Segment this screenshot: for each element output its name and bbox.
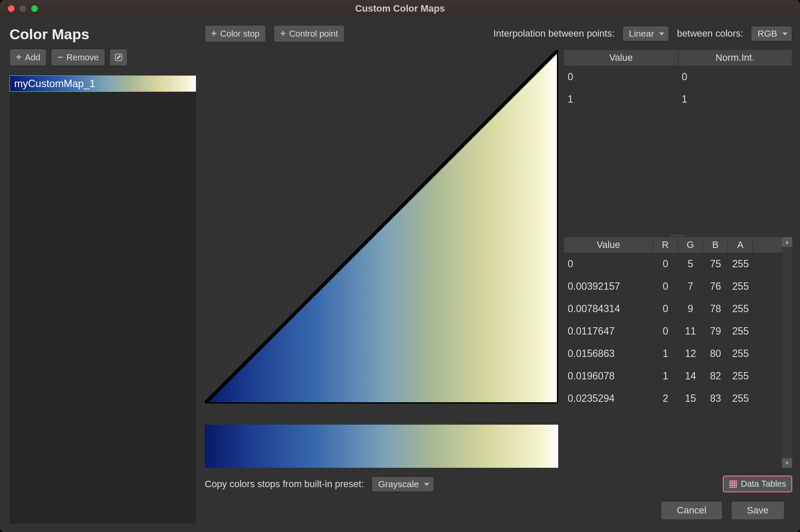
color-stop-label: Color stop bbox=[220, 29, 259, 39]
cell-norm[interactable]: 1 bbox=[678, 88, 793, 110]
cell-value[interactable]: 0 bbox=[564, 66, 678, 88]
plus-icon bbox=[16, 52, 22, 63]
colormap-list[interactable]: myCustomMap_1 bbox=[9, 75, 196, 523]
norm-col-value[interactable]: Value bbox=[564, 50, 678, 66]
footer: Cancel Save bbox=[205, 497, 792, 528]
cell-r[interactable]: 0 bbox=[653, 253, 678, 275]
cell-value[interactable]: 0.0156863 bbox=[564, 342, 653, 365]
norm-col-norm[interactable]: Norm.Int. bbox=[678, 50, 793, 66]
cell-value[interactable]: 1 bbox=[564, 88, 678, 110]
tables-column: Value Norm.Int. 00 11 •••••• V bbox=[564, 50, 792, 468]
colormap-name: myCustomMap_1 bbox=[14, 78, 95, 90]
minus-icon bbox=[57, 52, 63, 63]
interp-select[interactable]: Linear bbox=[622, 26, 669, 41]
cell-r[interactable]: 0 bbox=[653, 320, 678, 342]
cell-b[interactable]: 75 bbox=[703, 253, 728, 275]
minimize-icon[interactable] bbox=[19, 5, 26, 12]
rgba-table-body[interactable]: 005752550.0039215707762550.0078431409782… bbox=[564, 253, 782, 468]
table-row[interactable]: 0.019607811482255 bbox=[564, 365, 782, 387]
alpha-triangle-svg bbox=[205, 50, 558, 404]
cell-r[interactable]: 0 bbox=[653, 275, 678, 297]
cell-value[interactable]: 0.0117647 bbox=[564, 320, 653, 342]
cell-g[interactable]: 12 bbox=[678, 342, 703, 365]
cell-value[interactable]: 0.00392157 bbox=[564, 275, 653, 297]
cell-g[interactable]: 15 bbox=[678, 387, 703, 410]
cell-a[interactable]: 255 bbox=[728, 365, 753, 387]
cell-a[interactable]: 255 bbox=[728, 387, 753, 410]
sidebar-heading: Color Maps bbox=[9, 26, 196, 43]
rgba-col-r[interactable]: R bbox=[653, 237, 678, 253]
norm-table-body[interactable]: 00 11 bbox=[564, 66, 792, 234]
body: Color Maps Add Remove myCustomMap_1 Colo… bbox=[0, 17, 800, 532]
copy-preset-label: Copy colors stops from built-in preset: bbox=[205, 479, 364, 490]
add-color-stop-button[interactable]: Color stop bbox=[205, 25, 266, 42]
control-point-label: Control point bbox=[289, 29, 338, 39]
alpha-triangle[interactable] bbox=[205, 50, 558, 418]
scroll-down-icon[interactable]: ▼ bbox=[782, 458, 792, 468]
rgba-table: Value R G B A 005752550.0039215707762550… bbox=[564, 237, 792, 468]
traffic-lights bbox=[0, 5, 38, 12]
cell-value[interactable]: 0 bbox=[564, 253, 653, 275]
table-row[interactable]: 0.007843140978255 bbox=[564, 297, 782, 320]
cell-a[interactable]: 255 bbox=[728, 342, 753, 365]
cell-r[interactable]: 0 bbox=[653, 297, 678, 320]
table-row[interactable]: 00 bbox=[564, 66, 792, 88]
cell-b[interactable]: 78 bbox=[703, 297, 728, 320]
add-button[interactable]: Add bbox=[9, 49, 47, 66]
add-control-point-button[interactable]: Control point bbox=[274, 25, 344, 42]
cell-g[interactable]: 5 bbox=[678, 253, 703, 275]
cell-a[interactable]: 255 bbox=[728, 297, 753, 320]
close-icon[interactable] bbox=[8, 5, 15, 12]
table-row[interactable]: 0.011764701179255 bbox=[564, 320, 782, 342]
cell-r[interactable]: 1 bbox=[653, 365, 678, 387]
window: Custom Color Maps Color Maps Add Remove … bbox=[0, 0, 800, 532]
cell-b[interactable]: 76 bbox=[703, 275, 728, 297]
save-button[interactable]: Save bbox=[731, 501, 784, 520]
scroll-track[interactable] bbox=[782, 247, 792, 458]
cell-b[interactable]: 83 bbox=[703, 387, 728, 410]
grid-icon bbox=[729, 480, 738, 488]
cell-value[interactable]: 0.0235294 bbox=[564, 387, 653, 410]
cell-b[interactable]: 80 bbox=[703, 342, 728, 365]
cell-r[interactable]: 2 bbox=[653, 387, 678, 410]
cell-value[interactable]: 0.00784314 bbox=[564, 297, 653, 320]
cell-g[interactable]: 14 bbox=[678, 365, 703, 387]
rgba-col-g[interactable]: G bbox=[678, 237, 703, 253]
rgba-col-value[interactable]: Value bbox=[564, 237, 653, 253]
table-row[interactable]: 11 bbox=[564, 88, 792, 110]
cell-a[interactable]: 255 bbox=[728, 320, 753, 342]
cell-norm[interactable]: 0 bbox=[678, 66, 793, 88]
table-row[interactable]: 0.023529421583255 bbox=[564, 387, 782, 410]
rgba-col-b[interactable]: B bbox=[703, 237, 728, 253]
table-row[interactable]: 00575255 bbox=[564, 253, 782, 275]
top-toolbar: Color stop Control point Interpolation b… bbox=[205, 25, 792, 42]
cell-b[interactable]: 82 bbox=[703, 365, 728, 387]
cell-g[interactable]: 9 bbox=[678, 297, 703, 320]
edit-button[interactable] bbox=[109, 49, 128, 66]
scroll-up-icon[interactable]: ▲ bbox=[782, 237, 792, 247]
cell-g[interactable]: 11 bbox=[678, 320, 703, 342]
scrollbar[interactable]: ▲ ▼ bbox=[782, 237, 792, 468]
cell-r[interactable]: 1 bbox=[653, 342, 678, 365]
table-splitter[interactable]: •••••• bbox=[564, 234, 792, 237]
between-colors-select[interactable]: RGB bbox=[751, 26, 792, 41]
cell-a[interactable]: 255 bbox=[728, 253, 753, 275]
table-row[interactable]: 0.003921570776255 bbox=[564, 275, 782, 297]
data-tables-button[interactable]: Data Tables bbox=[723, 476, 792, 492]
copy-preset-select[interactable]: Grayscale bbox=[372, 476, 434, 492]
remove-label: Remove bbox=[66, 53, 98, 63]
colormap-list-item[interactable]: myCustomMap_1 bbox=[9, 75, 196, 92]
table-row[interactable]: 0.015686311280255 bbox=[564, 342, 782, 365]
cell-g[interactable]: 7 bbox=[678, 275, 703, 297]
zoom-icon[interactable] bbox=[31, 5, 38, 12]
bottom-row: Copy colors stops from built-in preset: … bbox=[205, 468, 792, 497]
rgba-col-a[interactable]: A bbox=[728, 237, 753, 253]
remove-button[interactable]: Remove bbox=[51, 49, 105, 66]
window-title: Custom Color Maps bbox=[355, 3, 445, 14]
cell-value[interactable]: 0.0196078 bbox=[564, 365, 653, 387]
cancel-button[interactable]: Cancel bbox=[661, 501, 722, 520]
cell-b[interactable]: 79 bbox=[703, 320, 728, 342]
cell-a[interactable]: 255 bbox=[728, 275, 753, 297]
preview-column bbox=[205, 50, 558, 468]
gradient-bar[interactable] bbox=[205, 425, 558, 468]
